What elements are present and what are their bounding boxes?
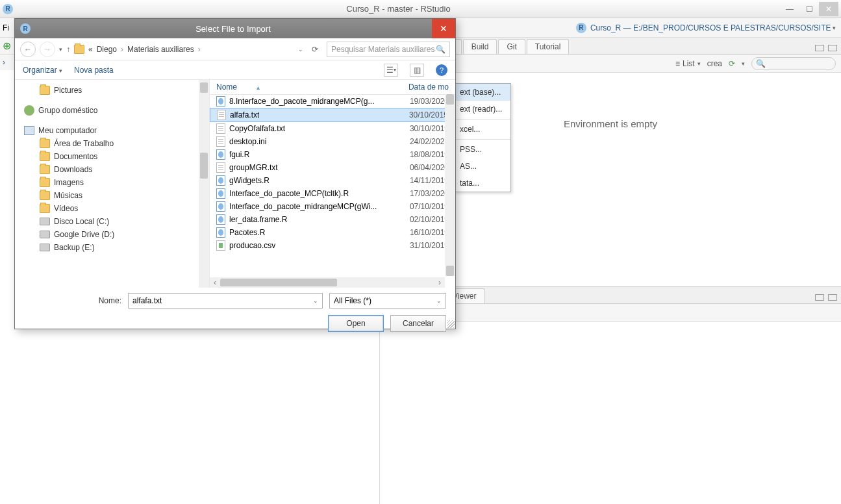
close-button[interactable]: ✕ <box>819 2 838 16</box>
refresh-button[interactable]: ⟳ <box>307 42 323 57</box>
folder-icon <box>40 165 50 174</box>
hscroll-thumb[interactable] <box>220 279 337 286</box>
tree-item[interactable]: Downloads <box>18 163 207 176</box>
view-mode-button[interactable]: ☰ ▾ <box>384 64 398 77</box>
pane-minimize-icon[interactable] <box>815 294 824 301</box>
file-icon <box>216 123 225 134</box>
import-excel[interactable]: xcel... <box>455 121 510 138</box>
cancel-button[interactable]: Cancelar <box>390 315 446 332</box>
filelist-hscrollbar[interactable]: ‹ › <box>210 277 445 288</box>
tree-item[interactable]: Documentos <box>18 150 207 163</box>
new-folder-button[interactable]: Nova pasta <box>74 66 114 75</box>
file-row[interactable]: groupMGR.txt06/04/2020 <box>210 161 455 174</box>
project-label: Curso_R — E:/BEN_PROD/CURSOS E PALESTRAS… <box>590 23 831 32</box>
scroll-arrow-up[interactable] <box>446 94 454 105</box>
file-row[interactable]: Interface_do_pacote_midrangeMCP(gWi...07… <box>210 200 455 213</box>
tree-item[interactable]: Meu computador <box>18 124 207 137</box>
tree-item[interactable]: Pictures <box>18 84 207 97</box>
tree-item[interactable]: Imagens <box>18 176 207 189</box>
preview-pane-button[interactable]: ▥ <box>410 64 424 77</box>
disk-icon <box>40 218 50 225</box>
nav-up-button[interactable]: ↑ <box>66 45 70 54</box>
file-row[interactable]: CopyOfalfafa.txt30/10/2019 <box>210 122 455 135</box>
list-view-button[interactable]: ≡ List ▾ <box>675 59 701 68</box>
tree-item[interactable]: Músicas <box>18 189 207 202</box>
scroll-arrow-down[interactable] <box>446 266 454 276</box>
folder-icon <box>40 178 50 187</box>
filelist-vscrollbar[interactable] <box>445 94 455 276</box>
open-button[interactable]: Open <box>328 315 384 332</box>
file-row[interactable]: Pacotes.R16/10/2019 <box>210 226 455 239</box>
file-row[interactable]: alfafa.txt30/10/2019 <box>210 108 455 122</box>
project-caret-icon: ▾ <box>831 25 836 31</box>
file-row[interactable]: ler_data.frame.R02/10/2019 <box>210 213 455 226</box>
tab-tutorial[interactable]: Tutorial <box>527 39 570 54</box>
filename-caret-icon[interactable]: ⌄ <box>313 297 318 304</box>
file-icon <box>217 110 226 120</box>
dialog-toolbar: Organizar ▾ Nova pasta ☰ ▾ ▥ ? <box>15 60 455 80</box>
folder-tree[interactable]: PicturesGrupo domésticoMeu computadorÁre… <box>15 80 210 288</box>
nav-back-button[interactable]: ← <box>20 42 36 57</box>
new-file-icon[interactable]: ⊕ <box>3 40 11 52</box>
filename-input[interactable]: alfafa.txt ⌄ <box>128 293 323 309</box>
scroll-arrow-right[interactable]: › <box>434 277 445 288</box>
file-row[interactable]: desktop.ini24/02/2021 <box>210 135 455 148</box>
import-spss[interactable]: PSS... <box>455 141 510 158</box>
file-icon <box>216 188 225 199</box>
organize-button[interactable]: Organizar ▾ <box>23 66 62 75</box>
scroll-arrow-left[interactable]: ‹ <box>210 277 220 288</box>
import-stata[interactable]: tata... <box>455 175 510 192</box>
env-search-input[interactable]: 🔍 <box>751 57 836 70</box>
refresh-icon[interactable]: ⟳ <box>729 59 735 68</box>
minimize-button[interactable]: — <box>780 2 799 16</box>
tree-item[interactable]: Backup (E:) <box>18 241 207 254</box>
breadcrumb-caret[interactable]: ⌄ <box>298 46 303 53</box>
nav-history-caret[interactable]: ▾ <box>59 46 62 53</box>
pc-icon <box>24 126 34 135</box>
file-row[interactable]: Interface_do_pacote_MCP(tcltk).R17/03/20… <box>210 187 455 200</box>
pane-minimize-icon[interactable] <box>815 45 824 51</box>
dialog-close-button[interactable]: ✕ <box>432 19 455 38</box>
tab-git[interactable]: Git <box>498 39 525 54</box>
filetype-filter[interactable]: All Files (*) ⌄ <box>329 293 446 309</box>
file-row[interactable]: gWidgets.R14/11/2019 <box>210 174 455 187</box>
tree-item[interactable]: Vídeos <box>18 202 207 215</box>
file-list-header[interactable]: Nome▴ Data de mo <box>210 80 455 95</box>
rstudio-icon: R <box>3 4 13 14</box>
scroll-arrow-up[interactable] <box>200 82 208 93</box>
file-list[interactable]: Nome▴ Data de mo 8.Interface_do_pacote_m… <box>210 80 455 288</box>
import-text-readr[interactable]: ext (readr)... <box>455 101 510 118</box>
nav-forward-button[interactable]: → <box>40 42 55 57</box>
resize-grip[interactable] <box>447 320 455 328</box>
scroll-thumb[interactable] <box>200 153 208 179</box>
help-icon[interactable]: ? <box>436 64 447 76</box>
tree-item[interactable]: Google Drive (D:) <box>18 228 207 241</box>
tree-item[interactable]: Disco Local (C:) <box>18 215 207 228</box>
main-titlebar: R Curso_R - master - RStudio — ☐ ✕ <box>0 0 841 18</box>
breadcrumb[interactable]: « Diego › Materiais auxiliares › ⌄ <box>74 45 303 54</box>
file-icon <box>216 136 225 147</box>
import-sas[interactable]: AS... <box>455 158 510 175</box>
tree-scrollbar[interactable] <box>199 80 209 288</box>
file-icon <box>216 96 225 107</box>
breadcrumb-part[interactable]: Diego <box>97 45 117 54</box>
chevron-icon[interactable]: › <box>3 58 5 67</box>
file-row[interactable]: producao.csv31/10/2019 <box>210 239 455 252</box>
tab-build[interactable]: Build <box>463 39 497 54</box>
file-row[interactable]: fgui.R18/08/2019 <box>210 148 455 161</box>
import-text-base[interactable]: ext (base)... <box>455 84 510 101</box>
maximize-button[interactable]: ☐ <box>799 2 819 16</box>
pane-maximize-icon[interactable] <box>828 45 837 51</box>
tree-item[interactable]: Área de Trabalho <box>18 137 207 150</box>
filter-caret-icon[interactable]: ⌄ <box>436 297 442 304</box>
file-icon <box>216 214 225 225</box>
file-icon <box>216 227 225 238</box>
dialog-title: Select File to Import <box>34 24 432 34</box>
tree-item[interactable]: Grupo doméstico <box>18 103 207 118</box>
pane-maximize-icon[interactable] <box>828 294 837 301</box>
dialog-search-input[interactable]: Pesquisar Materiais auxiliares 🔍 <box>327 42 450 57</box>
file-row[interactable]: 8.Interface_do_pacote_midrangeMCP(g...19… <box>210 95 455 108</box>
folder-icon <box>74 45 84 54</box>
filename-label: Nome: <box>24 296 121 305</box>
breadcrumb-part[interactable]: Materiais auxiliares <box>127 45 194 54</box>
